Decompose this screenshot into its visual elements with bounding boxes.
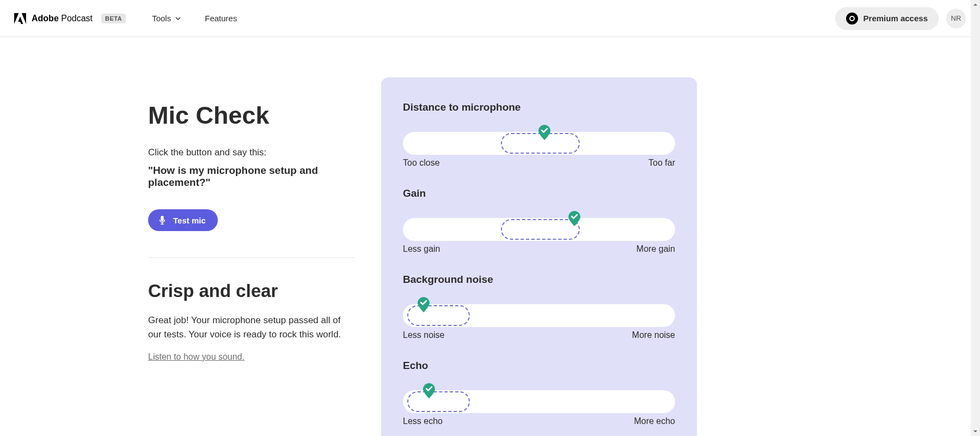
brand-text: Adobe Podcast [32,14,93,23]
scroll-down-arrow-icon[interactable] [971,427,980,436]
page-title: Mic Check [148,101,355,130]
target-zone [407,391,470,412]
header-right: Premium access NR [835,7,966,30]
main-content: Mic Check Click the button and say this:… [0,37,980,436]
marker-icon [422,383,436,399]
test-mic-label: Test mic [173,216,206,225]
track-labels: Less echo More echo [403,416,675,426]
premium-icon [846,13,858,25]
section-divider [148,257,355,258]
metric-title: Distance to microphone [403,101,675,113]
metric-title: Gain [403,187,675,199]
metric-track [403,384,675,408]
nav-features-label: Features [205,14,237,23]
instruction-text: Click the button and say this: [148,147,355,158]
result-title: Crisp and clear [148,281,355,301]
beta-badge: BETA [101,14,126,23]
metric-track [403,211,675,235]
metric-row: Distance to microphone Too close Too far [403,101,675,168]
metrics-panel: Distance to microphone Too close Too far… [381,77,697,436]
chevron-down-icon [175,16,181,21]
listen-link[interactable]: Listen to how you sound. [148,352,244,361]
user-avatar[interactable]: NR [946,9,966,28]
high-label: More echo [634,416,675,426]
app-header: Adobe Podcast BETA Tools Features Premiu… [0,0,980,37]
nav-tools-label: Tools [152,14,171,23]
low-label: Less noise [403,330,445,340]
track-labels: Less gain More gain [403,244,675,254]
nav-tools[interactable]: Tools [152,14,181,23]
metric-row: Echo Less echo More echo [403,360,675,426]
premium-access-button[interactable]: Premium access [835,7,939,30]
high-label: More noise [632,330,675,340]
low-label: Too close [403,158,440,168]
metric-row: Gain Less gain More gain [403,187,675,254]
metric-track [403,125,675,149]
marker-icon [568,210,581,227]
brand-block[interactable]: Adobe Podcast BETA [14,13,126,24]
mic-icon [158,215,167,225]
svg-point-1 [850,17,854,20]
avatar-initials: NR [951,14,961,22]
marker-icon [417,296,430,313]
vertical-scrollbar[interactable] [971,0,980,436]
header-left: Adobe Podcast BETA Tools Features [14,13,237,24]
nav-features[interactable]: Features [205,14,237,23]
premium-label: Premium access [863,14,928,23]
instruction-quote: "How is my microphone setup and placemen… [148,165,355,189]
svg-rect-2 [161,216,163,221]
low-label: Less gain [403,244,440,254]
test-mic-button[interactable]: Test mic [148,209,218,231]
result-text: Great job! Your microphone setup passed … [148,313,355,341]
marker-icon [538,124,551,141]
track-labels: Less noise More noise [403,330,675,340]
brand-strong: Adobe [32,14,59,23]
metric-title: Echo [403,360,675,372]
scroll-up-arrow-icon[interactable] [971,0,980,9]
metric-track [403,298,675,322]
high-label: More gain [636,244,675,254]
adobe-logo-icon [14,13,26,24]
metric-title: Background noise [403,274,675,286]
metric-row: Background noise Less noise More noise [403,274,675,340]
high-label: Too far [648,158,675,168]
top-nav: Tools Features [152,14,237,23]
brand-sub: Podcast [61,14,93,23]
low-label: Less echo [403,416,443,426]
left-column: Mic Check Click the button and say this:… [148,37,355,436]
track-labels: Too close Too far [403,158,675,168]
